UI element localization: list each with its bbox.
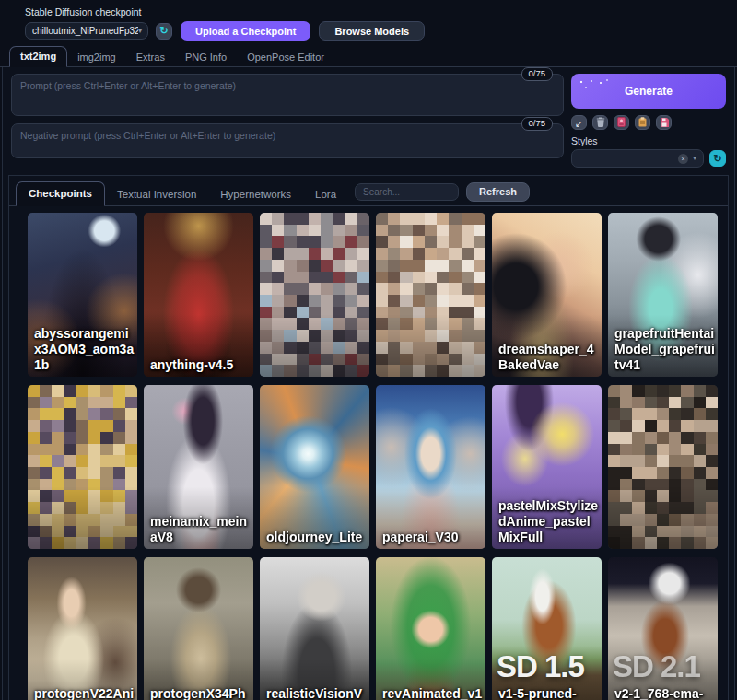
txt2img-panel: 0/75 0/75 Generate ↙ Styles × ▾ ↻ <box>2 67 735 700</box>
pixelated-preview <box>260 213 369 377</box>
tab-checkpoints[interactable]: Checkpoints <box>16 181 105 206</box>
model-card-name: anything-v4.5 <box>150 357 251 373</box>
model-card-censored-2[interactable] <box>260 213 369 377</box>
checkpoint-header: Stable Diffusion checkpoint chilloutmix_… <box>0 0 737 41</box>
refresh-checkpoints-button[interactable]: ↻ <box>156 23 172 40</box>
read-generation-params-button[interactable]: ↙ <box>571 115 587 130</box>
prompt-tools: ↙ <box>571 115 726 130</box>
model-card-name: revAnimated_v11 <box>382 686 483 700</box>
pixelated-preview <box>28 385 137 549</box>
model-card-censored-6[interactable] <box>28 385 137 549</box>
model-card-grid: abyssorangemix3AOM3_aom3a1banything-v4.5… <box>9 206 728 700</box>
clipboard-icon <box>638 116 647 130</box>
pixelated-preview <box>376 213 485 377</box>
model-card-v1-5-pruned-emaonly[interactable]: SD 1.5v1-5-pruned-emaonly <box>492 557 602 700</box>
model-card-oldjourney-lite[interactable]: oldjourney_Lite <box>260 385 369 549</box>
model-card-censored-3[interactable] <box>376 213 485 377</box>
card-icon <box>617 116 626 130</box>
search-input[interactable] <box>355 183 459 201</box>
extra-networks-panel: CheckpointsTextual InversionHypernetwork… <box>8 175 729 700</box>
model-card-name: meinamix_meinaV8 <box>150 514 251 545</box>
model-card-name: abyssorangemix3AOM3_aom3a1b <box>34 326 135 373</box>
clear-prompt-button[interactable] <box>592 115 608 130</box>
tab-png-info[interactable]: PNG Info <box>175 48 237 67</box>
model-card-dreamshaper-4bakedvae[interactable]: dreamshaper_4BakedVae <box>492 213 602 377</box>
network-tabs: CheckpointsTextual InversionHypernetwork… <box>16 181 348 205</box>
pixelated-preview <box>608 385 718 549</box>
refresh-styles-button[interactable]: ↻ <box>709 150 726 167</box>
model-card-grapefruithentaimodel-grapefruitv41[interactable]: grapefruitHentaiModel_grapefruitv41 <box>608 213 718 377</box>
model-card-protogenv22anime-22[interactable]: protogenV22Anime_22 <box>28 557 137 700</box>
negative-prompt-input[interactable] <box>11 123 564 158</box>
styles-label: Styles <box>571 135 726 146</box>
checkpoint-value: chilloutmix_NiPrunedFp32Fix.safeter <box>32 26 138 36</box>
negative-prompt-container: 0/75 <box>11 123 564 158</box>
negative-prompt-token-counter: 0/75 <box>521 117 554 131</box>
floppy-icon <box>660 116 669 130</box>
upload-checkpoint-button[interactable]: Upload a Checkpoint <box>181 21 310 41</box>
model-card-pastelmixstylizedanime-pastelmixfull[interactable]: pastelMixStylizedAnime_pastelMixFull <box>492 385 602 549</box>
model-card-meinamix-meinav8[interactable]: meinamix_meinaV8 <box>144 385 253 549</box>
model-card-realisticvisionv13-v13[interactable]: realisticVisionV13_v13 <box>260 557 369 700</box>
tab-hypernetworks[interactable]: Hypernetworks <box>208 183 303 206</box>
prompt-token-counter: 0/75 <box>521 67 554 81</box>
styles-select[interactable]: × ▾ <box>571 149 704 168</box>
checkpoint-label: Stable Diffusion checkpoint <box>25 6 737 18</box>
clear-styles-icon[interactable]: × <box>678 154 688 164</box>
prompt-container: 0/75 <box>11 74 564 116</box>
model-card-protogenx34photorealism-1[interactable]: protogenX34Photorealism_1 <box>144 557 253 700</box>
generate-button[interactable]: Generate <box>571 74 726 109</box>
preview-overlay-text: SD 1.5 <box>497 649 584 684</box>
apply-styles-button[interactable] <box>635 115 650 130</box>
refresh-icon: ↻ <box>713 154 721 164</box>
refresh-button[interactable]: Refresh <box>466 182 530 202</box>
tab-textual-inversion[interactable]: Textual Inversion <box>105 183 208 206</box>
model-card-name: v2-1_768-ema-pruned <box>614 686 715 700</box>
tab-txt2img[interactable]: txt2img <box>9 46 67 67</box>
chevron-down-icon: ▾ <box>693 155 696 162</box>
model-card-name: pastelMixStylizedAnime_pastelMixFull <box>498 498 599 545</box>
extra-networks-button[interactable] <box>614 115 629 130</box>
chevron-down-icon: ▾ <box>138 28 142 35</box>
prompt-input[interactable] <box>11 74 564 116</box>
browse-models-button[interactable]: Browse Models <box>319 21 425 41</box>
tab-lora[interactable]: Lora <box>303 183 348 206</box>
model-card-name: grapefruitHentaiModel_grapefruitv41 <box>614 326 715 373</box>
main-tabs: txt2imgimg2imgExtrasPNG InfoOpenPose Edi… <box>0 46 737 67</box>
model-card-paperai-v30[interactable]: paperai_V30 <box>376 385 485 549</box>
model-card-revanimated-v11[interactable]: revAnimated_v11 <box>376 557 485 700</box>
model-card-anything-v4-5[interactable]: anything-v4.5 <box>144 213 253 377</box>
tab-extras[interactable]: Extras <box>126 48 175 67</box>
arrow-down-left-icon: ↙ <box>575 116 582 130</box>
trash-icon <box>596 116 605 130</box>
model-card-abyssorangemix3aom3-aom3a1b[interactable]: abyssorangemix3AOM3_aom3a1b <box>28 213 137 377</box>
model-card-name: protogenX34Photorealism_1 <box>150 686 251 700</box>
model-card-name: v1-5-pruned-emaonly <box>498 686 599 700</box>
model-card-censored-11[interactable] <box>608 385 718 549</box>
model-card-name: paperai_V30 <box>382 530 483 545</box>
tab-img2img[interactable]: img2img <box>67 48 126 67</box>
model-card-v2-1-768-ema-pruned[interactable]: SD 2.1v2-1_768-ema-pruned <box>608 557 718 700</box>
model-card-name: oldjourney_Lite <box>266 530 367 545</box>
model-card-name: dreamshaper_4BakedVae <box>498 342 599 373</box>
save-style-button[interactable] <box>656 115 672 130</box>
checkpoint-select[interactable]: chilloutmix_NiPrunedFp32Fix.safeter ▾ <box>25 22 148 40</box>
refresh-icon: ↻ <box>159 26 168 36</box>
preview-overlay-text: SD 2.1 <box>613 649 700 684</box>
model-card-name: realisticVisionV13_v13 <box>266 686 367 700</box>
model-card-name: protogenV22Anime_22 <box>34 686 135 700</box>
tab-openpose-editor[interactable]: OpenPose Editor <box>237 48 334 67</box>
